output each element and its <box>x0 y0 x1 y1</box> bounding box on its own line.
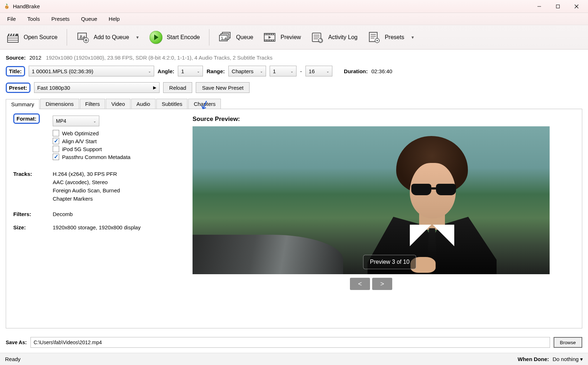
range-from: 1 <box>273 68 276 74</box>
save-as-input[interactable] <box>30 337 550 348</box>
tab-filters[interactable]: Filters <box>80 99 105 109</box>
preview-next-button[interactable]: > <box>372 278 392 290</box>
svg-rect-26 <box>264 39 275 41</box>
title-label: Title: <box>6 66 25 76</box>
angle-dropdown[interactable]: 1 ⌄ <box>178 66 203 76</box>
tab-summary[interactable]: Summary <box>6 99 39 109</box>
summary-right: Source Preview: Preview 3 of 10 < > <box>193 116 575 290</box>
activity-log-label: Activity Log <box>328 34 357 41</box>
tab-video[interactable]: Video <box>106 99 130 109</box>
svg-rect-35 <box>269 40 269 41</box>
content-area: Source: 2012 1920x1080 (1920x1080), 23.9… <box>0 50 588 332</box>
toolbar: Open Source Add to Queue ▼ Start Encode … <box>0 25 588 50</box>
chevron-down-icon: ⌄ <box>290 69 293 73</box>
range-from-dropdown[interactable]: 1 ⌄ <box>270 66 297 76</box>
checkbox-icon <box>53 146 59 152</box>
close-button[interactable] <box>567 0 586 13</box>
open-source-button[interactable]: Open Source <box>4 29 60 46</box>
app-icon <box>4 3 10 10</box>
minimize-button[interactable] <box>530 0 549 13</box>
menu-presets[interactable]: Presets <box>46 14 75 23</box>
source-preview-title: Source Preview: <box>193 116 575 123</box>
svg-point-2 <box>7 7 8 8</box>
chevron-down-icon: ⌄ <box>93 119 96 123</box>
clapper-icon <box>6 31 19 44</box>
toolbar-separator <box>209 29 209 46</box>
activity-log-button[interactable]: Activity Log <box>308 29 360 46</box>
source-preview-image: Preview 3 of 10 <box>193 126 550 274</box>
play-icon <box>150 31 162 44</box>
toolbar-separator <box>67 29 67 46</box>
add-to-queue-button[interactable]: Add to Queue ▼ <box>74 29 142 46</box>
source-name: 2012 <box>29 55 41 61</box>
track-line: Chapter Markers <box>53 196 120 202</box>
svg-rect-7 <box>8 36 18 42</box>
svg-rect-32 <box>274 34 275 35</box>
preview-prev-button[interactable]: < <box>350 278 370 290</box>
title-dropdown[interactable]: 1 00001.MPLS (02:36:39) ⌄ <box>29 66 154 76</box>
range-to: 16 <box>309 68 315 74</box>
status-text: Ready <box>5 356 20 362</box>
chevron-down-icon: ⌄ <box>326 69 329 73</box>
checkbox-checked-icon <box>53 138 59 144</box>
chevron-down-icon: ▼ <box>411 35 414 39</box>
source-label: Source: <box>6 55 26 61</box>
preset-row: Preset: Fast 1080p30 ▶ Reload Save New P… <box>6 82 582 93</box>
svg-rect-25 <box>264 33 275 35</box>
track-line: Foreign Audio Scan, Burned <box>53 187 120 193</box>
start-encode-button[interactable]: Start Encode <box>147 29 203 46</box>
menu-file[interactable]: File <box>2 14 21 23</box>
svg-point-0 <box>5 5 9 9</box>
preset-dropdown[interactable]: Fast 1080p30 ▶ <box>34 82 160 93</box>
title-value: 1 00001.MPLS (02:36:39) <box>32 68 94 74</box>
format-dropdown[interactable]: MP4 ⌄ <box>53 116 99 126</box>
statusbar: Ready When Done: Do nothing ▾ <box>0 353 588 365</box>
track-line: AAC (avcodec), Stereo <box>53 179 120 185</box>
menu-tools[interactable]: Tools <box>22 14 45 23</box>
tab-subtitles[interactable]: Subtitles <box>156 99 188 109</box>
presets-label: Presets <box>385 34 404 41</box>
save-new-preset-button[interactable]: Save New Preset <box>196 82 250 93</box>
tab-dimensions[interactable]: Dimensions <box>40 99 79 109</box>
checkbox-icon <box>53 130 59 136</box>
add-to-queue-label: Add to Queue <box>94 34 129 41</box>
range-mode-dropdown[interactable]: Chapters ⌄ <box>228 66 266 76</box>
angle-label: Angle: <box>158 68 175 74</box>
preset-label: Preset: <box>6 83 30 93</box>
preview-nav: < > <box>193 278 550 290</box>
preview-button[interactable]: Preview <box>260 29 304 46</box>
range-to-dropdown[interactable]: 16 ⌄ <box>305 66 332 76</box>
passthru-checkbox[interactable]: Passthru Common Metadata <box>53 154 131 160</box>
menu-help[interactable]: Help <box>104 14 125 23</box>
duration-value: 02:36:40 <box>371 68 392 74</box>
svg-rect-33 <box>265 40 266 41</box>
presets-button[interactable]: Presets ▼ <box>365 29 417 46</box>
save-as-label: Save As: <box>6 340 27 345</box>
browse-button[interactable]: Browse <box>554 337 582 348</box>
chevron-down-icon: ▾ <box>580 356 583 362</box>
when-done-dropdown[interactable]: Do nothing ▾ <box>553 356 583 362</box>
queue-button[interactable]: Queue <box>216 29 256 46</box>
svg-rect-31 <box>272 34 273 35</box>
chevron-down-icon: ⌄ <box>197 69 200 73</box>
svg-rect-4 <box>556 5 560 8</box>
svg-rect-29 <box>269 34 269 35</box>
reload-button[interactable]: Reload <box>163 82 193 93</box>
source-line: Source: 2012 1920x1080 (1920x1080), 23.9… <box>6 55 582 61</box>
chevron-down-icon: ⌄ <box>148 69 151 73</box>
web-optimized-checkbox[interactable]: Web Optimized <box>53 130 131 136</box>
angle-value: 1 <box>181 68 184 74</box>
queue-add-icon <box>76 31 89 44</box>
svg-rect-27 <box>265 34 266 35</box>
align-av-checkbox[interactable]: Align A/V Start <box>53 138 131 144</box>
preview-icon <box>263 31 276 44</box>
menu-queue[interactable]: Queue <box>76 14 102 23</box>
track-line: H.264 (x264), 30 FPS PFR <box>53 171 120 177</box>
ipod-checkbox[interactable]: iPod 5G Support <box>53 146 131 152</box>
size-label: Size: <box>13 224 53 230</box>
svg-point-1 <box>6 6 6 7</box>
maximize-button[interactable] <box>549 0 567 13</box>
tab-audio[interactable]: Audio <box>131 99 156 109</box>
activity-log-icon <box>311 31 324 44</box>
open-source-label: Open Source <box>24 34 57 41</box>
